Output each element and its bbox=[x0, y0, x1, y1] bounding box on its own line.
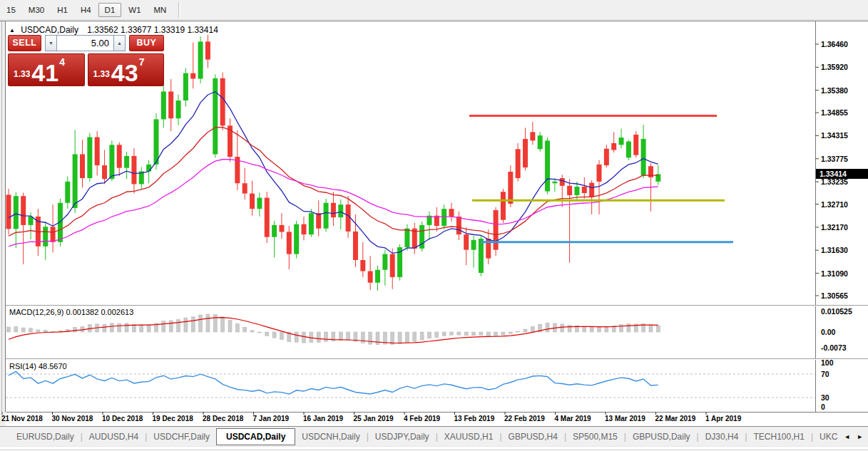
price-axis-label: 1.30565 bbox=[821, 291, 848, 300]
buy-price-box[interactable]: 1.33 43 7 bbox=[88, 53, 165, 86]
timeframe-d1[interactable]: D1 bbox=[98, 3, 122, 17]
price-axis-label: 1.32710 bbox=[821, 200, 848, 209]
timeframe-mn[interactable]: MN bbox=[148, 4, 173, 16]
tab-usdchf-daily[interactable]: USDCHF,Daily bbox=[147, 432, 216, 442]
date-axis-label: 30 Nov 2018 bbox=[52, 415, 93, 423]
rsi-axis-label: 0 bbox=[821, 403, 825, 411]
window-left-edge bbox=[1, 21, 2, 412]
macd-splitter-highlight bbox=[6, 306, 868, 306]
macd-axis-label: 0.010525 bbox=[821, 307, 852, 316]
macd-axis-label: -0.0073 bbox=[821, 343, 847, 352]
tab-gbpusd-daily[interactable]: GBPUSD,Daily bbox=[626, 432, 697, 442]
date-axis-label: 19 Dec 2018 bbox=[153, 415, 193, 423]
buy-button[interactable]: BUY bbox=[129, 35, 164, 51]
collapse-arrow-icon[interactable]: ▲ bbox=[9, 27, 15, 33]
tab-usdjpy-daily[interactable]: USDJPY,Daily bbox=[369, 432, 436, 442]
date-axis-label: 13 Mar 2019 bbox=[605, 415, 645, 423]
trade-panel-prices: 1.33 41 4 1.33 43 7 bbox=[8, 53, 164, 86]
window-bottom-line bbox=[0, 450, 868, 450]
symbol-tab-bar: EURUSD,Daily|AUDUSD,H4|USDCHF,DailyUSDCA… bbox=[0, 427, 868, 446]
macd-label: MACD(12,26,9) 0.001382 0.002613 bbox=[9, 308, 133, 316]
date-axis-label: 21 Nov 2018 bbox=[1, 415, 43, 423]
price-axis-label: 1.36460 bbox=[821, 40, 848, 48]
price-axis-separator bbox=[815, 21, 816, 412]
tab-ukc[interactable]: UKC bbox=[813, 432, 844, 442]
tab-usdcnh-daily[interactable]: USDCNH,Daily bbox=[295, 432, 366, 442]
rsi-axis-label: 30 bbox=[821, 393, 829, 402]
time-axis-border bbox=[6, 412, 868, 413]
timeframe-w1[interactable]: W1 bbox=[123, 4, 146, 16]
volume-decrease-icon[interactable]: ▼ bbox=[45, 35, 57, 51]
timeframe-toolbar: 15M30H1H4D1W1MN bbox=[0, 0, 868, 20]
rsi-axis-label: 70 bbox=[821, 370, 829, 378]
price-axis-label: 1.32170 bbox=[821, 223, 848, 232]
macd-axis-label: 0.00 bbox=[821, 328, 835, 336]
tab-scroll-left-icon[interactable]: ◄ bbox=[844, 433, 850, 440]
sell-price-digits: 41 bbox=[31, 63, 58, 83]
timeframe-15[interactable]: 15 bbox=[1, 4, 21, 16]
timeframe-m30[interactable]: M30 bbox=[23, 4, 50, 16]
date-axis-label: 28 Dec 2018 bbox=[203, 415, 243, 423]
volume-input[interactable]: 5.00 bbox=[57, 35, 113, 51]
tab-sp500-m15[interactable]: SP500,M15 bbox=[566, 432, 624, 442]
tab-usdcad-daily[interactable]: USDCAD,Daily bbox=[216, 428, 295, 445]
price-axis-label: 1.35920 bbox=[821, 63, 848, 71]
volume-increase-icon[interactable]: ▲ bbox=[113, 35, 126, 51]
date-axis-label: 1 Apr 2019 bbox=[705, 415, 741, 423]
chart-symbol-label: USDCAD,Daily bbox=[21, 25, 78, 35]
tab-eurusd-daily[interactable]: EURUSD,Daily bbox=[10, 432, 81, 442]
rsi-axis-label: 100 bbox=[821, 358, 834, 367]
price-axis-label: 1.33775 bbox=[821, 155, 848, 163]
price-axis-label: 1.31090 bbox=[821, 269, 848, 278]
chart-ohlc-values: 1.33562 1.33677 1.33319 1.33414 bbox=[87, 25, 218, 35]
date-axis-label: 4 Feb 2019 bbox=[404, 415, 440, 423]
tab-gbpusd-h4[interactable]: GBPUSD,H4 bbox=[502, 432, 564, 442]
volume-stepper: ▼ 5.00 ▲ bbox=[45, 35, 126, 51]
rsi-splitter-highlight bbox=[6, 359, 868, 360]
tab-tech100-h1[interactable]: TECH100,H1 bbox=[747, 432, 811, 442]
timeframe-h1[interactable]: H1 bbox=[51, 4, 73, 16]
chart-left-border bbox=[5, 21, 6, 412]
sell-price-box[interactable]: 1.33 41 4 bbox=[8, 53, 85, 86]
date-axis-label: 7 Jan 2019 bbox=[253, 415, 290, 423]
price-axis-label: 1.34315 bbox=[821, 131, 848, 140]
toolbar-separator bbox=[178, 2, 180, 18]
date-axis-label: 22 Mar 2019 bbox=[655, 415, 696, 423]
one-click-trade-panel: SELL ▼ 5.00 ▲ BUY 1.33 41 4 1.33 43 7 bbox=[8, 35, 164, 86]
sell-button[interactable]: SELL bbox=[8, 35, 41, 51]
tab-scroll-arrows: ◄► bbox=[844, 433, 868, 440]
rsi-label: RSI(14) 48.5670 bbox=[9, 362, 67, 370]
timeframe-h4[interactable]: H4 bbox=[75, 4, 97, 16]
buy-price-pip: 7 bbox=[139, 56, 145, 68]
trade-panel-controls: SELL ▼ 5.00 ▲ BUY bbox=[8, 35, 164, 51]
window-top-border bbox=[0, 21, 868, 21]
sell-price-prefix: 1.33 bbox=[14, 69, 30, 79]
current-price-tag: 1.33414 bbox=[816, 169, 868, 179]
sell-price-pip: 4 bbox=[59, 56, 65, 68]
date-axis-label: 13 Feb 2019 bbox=[454, 415, 495, 423]
date-axis-label: 4 Mar 2019 bbox=[555, 415, 591, 423]
date-axis-label: 10 Dec 2018 bbox=[102, 415, 143, 423]
price-axis-label: 1.35380 bbox=[821, 86, 848, 95]
date-axis-label: 22 Feb 2019 bbox=[504, 415, 545, 423]
price-axis-label: 1.31630 bbox=[821, 246, 848, 254]
chart-title: ▲ USDCAD,Daily 1.33562 1.33677 1.33319 1… bbox=[9, 25, 218, 35]
tab-xauusd-h1[interactable]: XAUUSD,H1 bbox=[438, 432, 500, 442]
buy-price-prefix: 1.33 bbox=[93, 69, 110, 79]
tab-audusd-h4[interactable]: AUDUSD,H4 bbox=[83, 432, 145, 442]
buy-price-digits: 43 bbox=[111, 63, 138, 83]
date-axis-label: 25 Jan 2019 bbox=[354, 415, 394, 423]
tab-dj30-h4[interactable]: DJ30,H4 bbox=[699, 432, 745, 442]
date-axis-label: 16 Jan 2019 bbox=[303, 415, 343, 423]
tab-scroll-right-icon[interactable]: ► bbox=[857, 433, 863, 440]
price-axis-label: 1.34855 bbox=[821, 108, 848, 117]
